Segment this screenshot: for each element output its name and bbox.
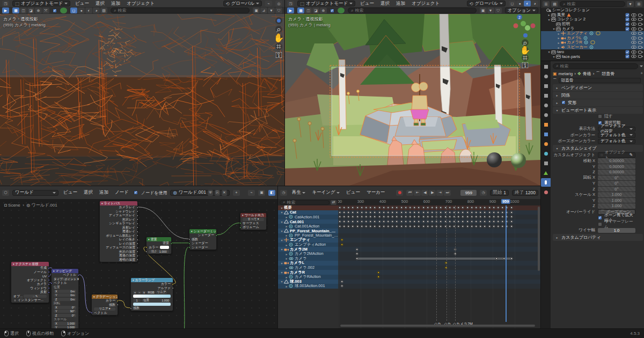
- move-tool-button[interactable]: ⤧: [42, 8, 49, 13]
- menu-view[interactable]: ビュー: [345, 189, 362, 196]
- shading-material-button[interactable]: ◐: [524, 1, 531, 6]
- pan-hand-icon[interactable]: ✋: [275, 34, 282, 41]
- outliner-row-カメラ[interactable]: ▾カメラ: [541, 26, 644, 31]
- disclosure-arrow[interactable]: ▾: [280, 210, 284, 214]
- select-lasso-button[interactable]: ◪: [312, 8, 319, 13]
- frame-end-field[interactable]: 終了1200: [512, 190, 538, 196]
- viewport-b-search[interactable]: ⌕: [348, 8, 477, 13]
- disclosure-arrow[interactable]: ▸: [284, 224, 289, 228]
- menu-object[interactable]: オブジェクト: [410, 1, 441, 7]
- channel-概要[interactable]: ▾概要: [278, 205, 338, 210]
- output-socket[interactable]: [215, 234, 217, 237]
- output-socket[interactable]: [48, 275, 50, 277]
- channel-カメラ[interactable]: ▸カメラ: [278, 256, 338, 261]
- node-options-icon[interactable]: ◧: [268, 190, 275, 196]
- output-socket[interactable]: [77, 274, 79, 276]
- viewport-a-search[interactable]: ⌕: [111, 8, 250, 13]
- select-circle-button[interactable]: ◫: [20, 8, 27, 13]
- node-canvas[interactable]: ◘ Scene › ◍ ワールド.001 ▾ライトパスカメラレイシャドウレイディ…: [0, 199, 277, 328]
- disclosure-arrow[interactable]: ▾: [280, 229, 284, 233]
- outliner-search-input[interactable]: [567, 2, 622, 6]
- play-button[interactable]: ▶: [429, 190, 436, 196]
- snap-icon[interactable]: ⌁: [248, 190, 255, 196]
- dope-search[interactable]: ⌕: [280, 200, 330, 205]
- orientation-select[interactable]: ⟲グローバル: [223, 1, 262, 6]
- playhead[interactable]: [506, 205, 507, 322]
- shading-render-button[interactable]: ◕: [93, 8, 100, 13]
- output-socket[interactable]: [48, 287, 50, 289]
- viewport-b-canvas[interactable]: 2 カメラ・透視投影 (959) カメラ | metarig ⌕ ✋ ⌗ ⚿: [285, 14, 540, 186]
- new-collection-icon[interactable]: ⊞: [635, 1, 642, 7]
- output-socket[interactable]: [48, 267, 50, 269]
- output-socket[interactable]: [136, 239, 138, 241]
- menu-add[interactable]: 追加: [98, 189, 110, 196]
- output-socket[interactable]: [136, 226, 138, 229]
- output-socket[interactable]: [48, 291, 50, 293]
- zoom-icon[interactable]: ⌕: [275, 26, 282, 33]
- cam-toggle[interactable]: [638, 22, 643, 26]
- tweak-tool-button[interactable]: ▶: [2, 8, 9, 13]
- filter-icon[interactable]: ▼: [487, 8, 494, 13]
- editor-type-icon[interactable]: ◷: [280, 190, 287, 196]
- input-socket[interactable]: [145, 251, 148, 253]
- tab-tool[interactable]: [541, 62, 551, 71]
- overlay-toggle[interactable]: ▣: [253, 8, 260, 13]
- chk-toggle[interactable]: [625, 17, 630, 21]
- tab-render[interactable]: [541, 72, 551, 80]
- shading-solid-button[interactable]: ●: [516, 1, 523, 6]
- outliner-row-カメラR[interactable]: ▸カメラR: [541, 40, 644, 45]
- cam-toggle[interactable]: [638, 45, 643, 49]
- output-socket[interactable]: [136, 210, 138, 212]
- eye-toggle[interactable]: [631, 31, 636, 35]
- disclosure-arrow[interactable]: ▾: [547, 18, 551, 21]
- menu-playback[interactable]: 再生: [290, 189, 307, 196]
- tab-modifier[interactable]: [541, 130, 551, 138]
- node-背景[interactable]: ▾背景背景カラー強さ1.000: [146, 237, 172, 254]
- tab-material[interactable]: [541, 188, 551, 196]
- output-socket[interactable]: [136, 218, 138, 221]
- disclosure-arrow[interactable]: ▸: [284, 275, 289, 279]
- shading-material-button[interactable]: ◐: [85, 8, 92, 13]
- outliner-row-コレクション 2[interactable]: ▾コレクション 2: [541, 17, 644, 22]
- filter-icon[interactable]: ▼: [268, 8, 275, 13]
- display-as-select[interactable]: アーマチュアの設定: [598, 127, 635, 132]
- disclosure-arrow[interactable]: ▸: [557, 32, 561, 35]
- bone-name-field[interactable]: 頭蓋骨: [559, 78, 641, 83]
- disclosure-arrow[interactable]: ▾: [280, 247, 284, 251]
- menu-view[interactable]: ビュー: [62, 189, 79, 196]
- frame-start-field[interactable]: 開始1: [490, 190, 509, 196]
- keyframe-area[interactable]: ◇カ◇カ◇カメラ2M: [338, 205, 540, 328]
- cam-toggle[interactable]: [638, 40, 643, 45]
- chk-toggle[interactable]: [625, 13, 630, 17]
- deform-checkbox[interactable]: ✓: [561, 100, 566, 105]
- timeline-ruler[interactable]: 2003004005006007008009001000959: [338, 199, 540, 205]
- output-socket[interactable]: [48, 283, 50, 285]
- rot-x-field[interactable]: 0°: [598, 175, 635, 181]
- chk-toggle[interactable]: [625, 22, 630, 26]
- channel-カメラL[interactable]: ▾カメラL: [278, 261, 338, 266]
- new-datablock-icon[interactable]: ⎘: [215, 190, 220, 196]
- output-socket[interactable]: [136, 243, 138, 245]
- prev-keyframe-button[interactable]: ⇤: [414, 190, 421, 196]
- disclosure-arrow[interactable]: ▸: [284, 215, 289, 219]
- editor-type-icon[interactable]: ⬡: [2, 190, 9, 196]
- disclosure-arrow[interactable]: ▸: [284, 252, 289, 256]
- cam-toggle[interactable]: [638, 54, 643, 58]
- hide-checkbox[interactable]: [598, 114, 602, 119]
- disclosure-arrow[interactable]: ▸: [557, 46, 561, 49]
- channel-Cat.001[interactable]: ▾Cat.001: [278, 219, 338, 224]
- output-socket[interactable]: [136, 223, 138, 225]
- lock-icon[interactable]: ⚿: [522, 62, 529, 69]
- axis-gizmo[interactable]: [275, 17, 282, 24]
- node-マッピング[interactable]: ▾マッピングベクトルタイプ: ポイント ▾ベクトル位置X0mY0mZ0m回転X0…: [51, 268, 79, 328]
- disclosure-arrow[interactable]: ▸: [284, 266, 289, 270]
- chk-toggle[interactable]: [625, 50, 630, 54]
- chk-toggle[interactable]: [625, 54, 630, 58]
- node-シェーダーミックス[interactable]: ▾シェーダーミックスシェーダー係数シェーダーシェーダー: [189, 229, 217, 250]
- loc-x-field[interactable]: 0.00000: [598, 158, 635, 164]
- menu-node[interactable]: ノード: [113, 189, 130, 196]
- eye-toggle[interactable]: [631, 22, 636, 26]
- current-frame-field[interactable]: 959: [460, 190, 477, 196]
- disclosure-arrow[interactable]: ▸: [284, 284, 289, 288]
- wire-width-slider[interactable]: 1.0: [598, 228, 635, 233]
